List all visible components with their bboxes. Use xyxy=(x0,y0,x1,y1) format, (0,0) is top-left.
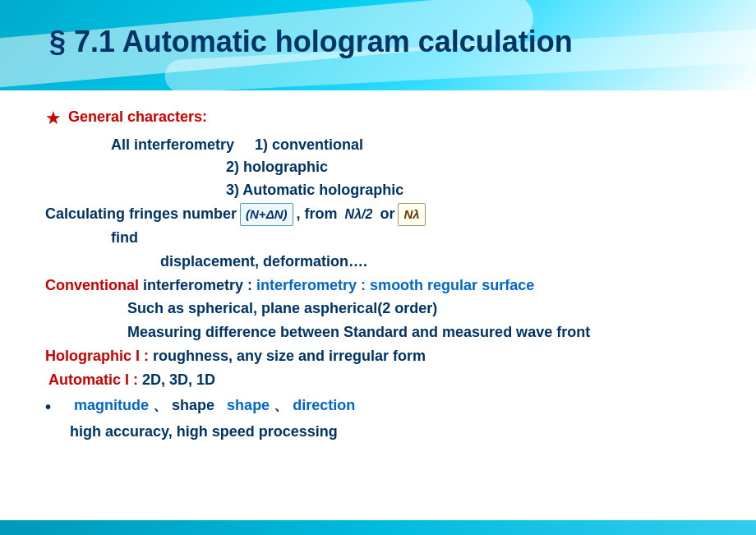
fringes-from: , from xyxy=(297,202,338,226)
math-inline-2: Nλ/2 xyxy=(345,204,373,225)
direction-label: direction xyxy=(293,397,355,413)
bottom-bar xyxy=(0,520,756,535)
magnitude-text: magnitude xyxy=(74,397,149,413)
math-box-1: (N+ΔN) xyxy=(240,203,293,226)
holographic-line: Holographic I : roughness, any size and … xyxy=(45,344,731,368)
bullet-icon: • xyxy=(45,394,51,420)
math-box-3: Nλ xyxy=(398,203,425,226)
all-interferometry-line: All interferometry 1) conventional xyxy=(111,134,731,157)
item2-text: 2) holographic xyxy=(226,159,328,175)
general-chars-label: General characters: xyxy=(68,107,207,127)
displacement-line: displacement, deformation…. xyxy=(160,250,731,274)
all-interferometry-text: All interferometry xyxy=(111,136,234,153)
item2-line: 2) holographic xyxy=(226,156,731,179)
shape-label: shape xyxy=(227,397,270,413)
spherical-line: Such as spherical, plane aspherical(2 or… xyxy=(127,297,731,321)
conventional-line: Conventional interferometry : interferom… xyxy=(45,274,731,297)
bullet-line: • magnitude 、 shape shape 、 direction xyxy=(45,394,731,420)
automatic-red: Automatic I : xyxy=(48,371,138,388)
automatic-line: Automatic I : 2D, 3D, 1D xyxy=(48,368,731,392)
measuring-text: Measuring difference between Standard an… xyxy=(127,324,590,340)
spherical-text: Such as spherical, plane aspherical(2 or… xyxy=(127,300,437,316)
displacement-text: displacement, deformation…. xyxy=(160,253,367,270)
bullet-content: magnitude 、 shape shape 、 direction xyxy=(58,394,355,417)
bullet-mid1: 、 shape xyxy=(153,397,214,413)
conventional-red: Conventional xyxy=(45,277,139,293)
slide-content: ★ General characters: All interferometry… xyxy=(45,107,731,519)
slide-title: § 7.1 Automatic hologram calculation xyxy=(49,25,573,59)
fringes-prefix: Calculating fringes number xyxy=(45,202,237,226)
star-icon: ★ xyxy=(45,107,62,131)
conventional-blue: interferometry : smooth regular surface xyxy=(256,277,534,293)
fringes-or: or xyxy=(380,202,394,226)
automatic-suffix: 2D, 3D, 1D xyxy=(142,371,215,388)
find-text: find xyxy=(111,229,138,246)
item1-text: 1) conventional xyxy=(255,136,363,153)
fringes-line: Calculating fringes number (N+ΔN) , from… xyxy=(45,202,731,226)
holographic-suffix: roughness, any size and irregular form xyxy=(153,348,426,364)
high-accuracy-text: high accuracy, high speed processing xyxy=(70,423,338,440)
bullet-mid2: 、 xyxy=(274,397,293,413)
find-line: find xyxy=(111,226,731,250)
holographic-red: Holographic I : xyxy=(45,348,149,364)
general-chars-row: ★ General characters: xyxy=(45,107,731,131)
item3-line: 3) Automatic holographic xyxy=(226,179,731,202)
high-accuracy-line: high accuracy, high speed processing xyxy=(70,420,731,444)
conventional-suffix: interferometry : xyxy=(143,277,256,293)
item3-text: 3) Automatic holographic xyxy=(226,182,403,198)
slide: § 7.1 Automatic hologram calculation ★ G… xyxy=(0,0,756,535)
measuring-line: Measuring difference between Standard an… xyxy=(127,321,731,344)
